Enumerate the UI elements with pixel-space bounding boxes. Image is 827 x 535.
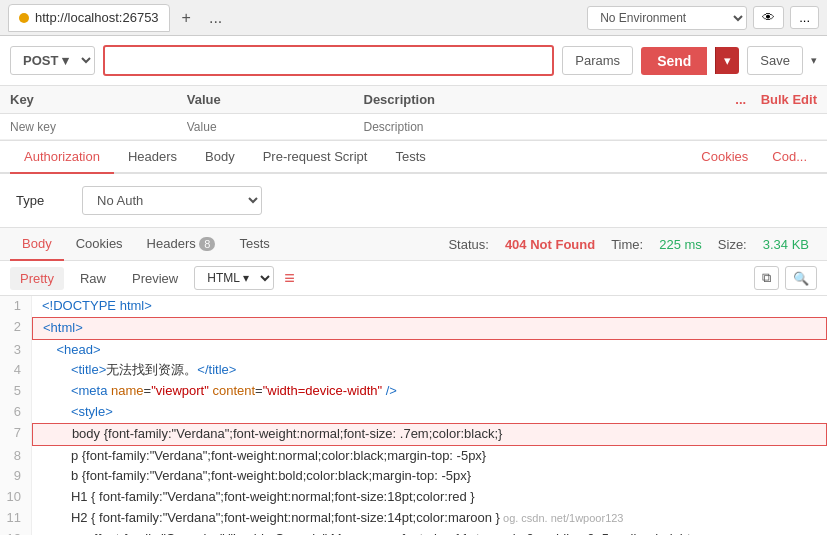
type-label: Type — [16, 193, 66, 208]
code-line-11: 11 H2 { font-family:"Verdana";font-weigh… — [0, 508, 827, 529]
browser-tab-bar: http://localhost:26753 + ... No Environm… — [0, 0, 827, 36]
environment-area: No Environment 👁 ... — [587, 6, 819, 30]
params-button[interactable]: Params — [562, 46, 633, 75]
code-line-12: 12 pre {font-family:"Consolas","Lucida C… — [0, 529, 827, 535]
params-header: Key Value Description ... Bulk Edit — [0, 86, 827, 114]
format-select[interactable]: HTML ▾ — [194, 266, 274, 290]
preview-button[interactable]: Preview — [122, 267, 188, 290]
resp-tab-body[interactable]: Body — [10, 228, 64, 261]
key-header: Key — [10, 92, 177, 107]
tab-pre-request[interactable]: Pre-request Script — [249, 141, 382, 174]
code-line-10: 10 H1 { font-family:"Verdana";font-weigh… — [0, 487, 827, 508]
tab-body[interactable]: Body — [191, 141, 249, 174]
url-input[interactable]: http://localhost:26753/actionapi/values — [103, 45, 554, 76]
code-line-9: 9 b {font-family:"Verdana";font-weight:b… — [0, 466, 827, 487]
body-right-icons: ⧉ 🔍 — [754, 266, 817, 290]
eye-button[interactable]: 👁 — [753, 6, 784, 29]
tab-menu-button[interactable]: ... — [203, 7, 228, 29]
new-value-input[interactable] — [187, 120, 354, 134]
tab-headers[interactable]: Headers — [114, 141, 191, 174]
code-line-3: 3 <head> — [0, 340, 827, 361]
sort-icon-button[interactable]: ≡ — [284, 268, 295, 289]
code-line-4: 4 <title>无法找到资源。</title> — [0, 360, 827, 381]
params-section: Key Value Description ... Bulk Edit — [0, 86, 827, 141]
new-desc-input[interactable] — [364, 120, 698, 134]
tab-code-link[interactable]: Cod... — [762, 141, 817, 172]
code-line-1: 1 <!DOCTYPE html> — [0, 296, 827, 317]
code-line-5: 5 <meta name="viewport" content="width=d… — [0, 381, 827, 402]
time-label: Time: — [611, 237, 643, 252]
resp-tab-tests[interactable]: Tests — [227, 228, 281, 261]
status-value: 404 Not Found — [505, 237, 595, 252]
bulk-edit-link[interactable]: Bulk Edit — [761, 92, 817, 107]
raw-button[interactable]: Raw — [70, 267, 116, 290]
request-tabs: Authorization Headers Body Pre-request S… — [0, 141, 827, 174]
pretty-button[interactable]: Pretty — [10, 267, 64, 290]
send-arrow-button[interactable]: ▾ — [715, 47, 739, 74]
new-key-input[interactable] — [10, 120, 177, 134]
browser-tab[interactable]: http://localhost:26753 — [8, 4, 170, 32]
tab-url-label: http://localhost:26753 — [35, 10, 159, 25]
body-toolbar: Pretty Raw Preview HTML ▾ ≡ ⧉ 🔍 — [0, 261, 827, 296]
code-line-7: 7 body {font-family:"Verdana";font-weigh… — [0, 423, 827, 446]
resp-tab-headers[interactable]: Headers 8 — [135, 228, 228, 261]
method-select[interactable]: POST ▾ — [10, 46, 95, 75]
tab-authorization[interactable]: Authorization — [10, 141, 114, 174]
auth-section: Type No Auth — [0, 174, 827, 228]
status-label: Status: — [448, 237, 488, 252]
value-header: Value — [177, 92, 354, 107]
url-bar: POST ▾ http://localhost:26753/actionapi/… — [0, 36, 827, 86]
code-line-2: 2 <html> — [0, 317, 827, 340]
search-button[interactable]: 🔍 — [785, 266, 817, 290]
description-header: Description — [354, 92, 698, 107]
tab-dot-indicator — [19, 13, 29, 23]
size-label: Size: — [718, 237, 747, 252]
right-tabs: Cookies Cod... — [691, 141, 817, 172]
save-arrow[interactable]: ▾ — [811, 54, 817, 67]
auth-type-select[interactable]: No Auth — [82, 186, 262, 215]
environment-select[interactable]: No Environment — [587, 6, 747, 30]
send-button[interactable]: Send — [641, 47, 707, 75]
params-placeholder-row — [0, 114, 827, 140]
tab-cookies-link[interactable]: Cookies — [691, 141, 758, 172]
more-options-button[interactable]: ... — [790, 6, 819, 29]
code-line-6: 6 <style> — [0, 402, 827, 423]
time-value: 225 ms — [659, 237, 702, 252]
actions-header: ... Bulk Edit — [697, 92, 817, 107]
code-line-8: 8 p {font-family:"Verdana";font-weight:n… — [0, 446, 827, 467]
size-value: 3.34 KB — [763, 237, 809, 252]
resp-tab-cookies[interactable]: Cookies — [64, 228, 135, 261]
response-tabs: Body Cookies Headers 8 Tests Status: 404… — [0, 228, 827, 261]
response-status: Status: 404 Not Found Time: 225 ms Size:… — [448, 237, 817, 252]
code-area: 1 <!DOCTYPE html> 2 <html> 3 <head> 4 <t… — [0, 296, 827, 535]
new-tab-button[interactable]: + — [176, 7, 197, 29]
save-button[interactable]: Save — [747, 46, 803, 75]
tab-area: http://localhost:26753 + ... — [8, 4, 579, 32]
tab-tests[interactable]: Tests — [381, 141, 439, 174]
copy-button[interactable]: ⧉ — [754, 266, 779, 290]
